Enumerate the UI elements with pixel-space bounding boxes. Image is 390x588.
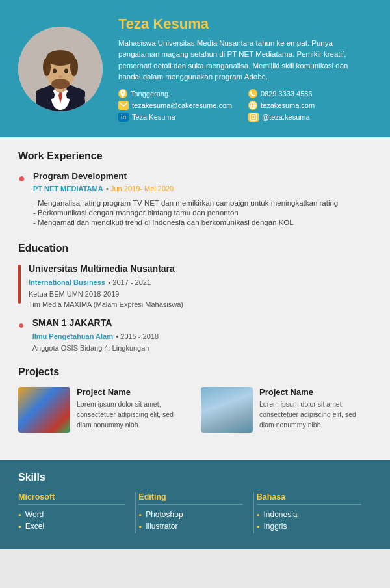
skills-list-editing: ● Photoshop ● Illustrator <box>138 510 242 531</box>
svg-point-11 <box>64 68 68 73</box>
svg-point-18 <box>252 116 255 119</box>
svg-point-12 <box>58 75 62 78</box>
work-experience-section: Work Experience ● Program Development PT… <box>18 150 372 228</box>
skills-cat-microsoft: Microsoft <box>18 492 125 505</box>
phone-text: 0829 3333 4586 <box>261 90 313 98</box>
work-bullet-icon: ● <box>18 172 25 184</box>
skill-illustrator-label: Illustrator <box>146 522 177 531</box>
skills-list-microsoft: ● Word ● Excel <box>18 510 125 531</box>
header-info: Teza Kesuma Mahasiswa Universitas Media … <box>118 16 372 122</box>
skill-indonesia-label: Indonesia <box>264 510 298 519</box>
contact-email: tezakesuma@cakeresume.com <box>118 101 242 110</box>
skill-dot-icon: ● <box>257 512 260 518</box>
skill-dot-icon: ● <box>18 512 21 518</box>
work-company-period: PT NET MEDIATAMA • Jun 2019- Mei 2020 <box>33 182 372 194</box>
work-section-title: Work Experience <box>18 150 372 162</box>
svg-point-6 <box>46 50 75 66</box>
work-period: Jun 2019- Mei 2020 <box>110 185 174 193</box>
project-thumb-2 <box>201 387 253 433</box>
skills-cat-bahasa: Bahasa <box>257 492 361 505</box>
education-section: Education Universitas Multimedia Nusanta… <box>18 243 372 352</box>
skill-dot-icon: ● <box>18 524 21 529</box>
avatar <box>18 27 103 111</box>
edu-major-2: Ilmu Pengetahuan Alam <box>32 332 113 340</box>
skill-inggris-label: Inggris <box>264 522 287 531</box>
svg-point-19 <box>255 114 256 116</box>
project-name-1: Project Name <box>77 387 189 397</box>
project-card-2: Project Name Lorem ipsum dolor sit amet,… <box>201 387 372 433</box>
edu-major-1: International Business <box>29 278 105 286</box>
skill-inggris: ● Inggris <box>257 522 361 531</box>
instagram-text: @teza.kesuma <box>262 113 310 121</box>
email-text: tezakesuma@cakeresume.com <box>132 101 232 109</box>
edu-activity-1b: Tim Media MAXIMA (Malam Expresi Mahasisw… <box>29 301 372 308</box>
instagram-icon <box>248 113 259 122</box>
edu-activity-2a: Anggota OSIS Bidang 4: Lingkungan <box>32 344 372 352</box>
edu-content-1: Universitas Multimedia Nusantara Interna… <box>29 263 372 308</box>
edu-year-1: 2017 - 2021 <box>112 278 151 286</box>
skill-dot-icon: ● <box>138 512 142 518</box>
skill-excel-label: Excel <box>25 522 44 531</box>
edu-activity-1a: Ketua BEM UMN 2018-2019 <box>29 290 372 298</box>
edu-bullet-2: ● <box>18 320 25 330</box>
skills-col-editing: Editing ● Photoshop ● Illustrator <box>136 492 254 533</box>
skill-word: ● Word <box>18 510 125 519</box>
edu-item-2: ● SMAN 1 JAKARTA Ilmu Pengetahuan Alam •… <box>18 317 372 352</box>
svg-point-9 <box>51 79 70 89</box>
skill-word-label: Word <box>25 510 44 519</box>
skills-list-bahasa: ● Indonesia ● Inggris <box>257 510 361 531</box>
project-thumb-1 <box>18 387 70 433</box>
contact-location: Tanggerang <box>118 89 242 98</box>
skill-excel: ● Excel <box>18 522 125 531</box>
work-company: PT NET MEDIATAMA <box>33 185 103 193</box>
skill-indonesia: ● Indonesia <box>257 510 361 519</box>
skill-photoshop-label: Photoshop <box>146 510 183 519</box>
edu-year-2: 2015 - 2018 <box>120 332 159 340</box>
phone-icon <box>248 89 257 98</box>
contact-linkedin: in Teza Kesuma <box>118 113 242 122</box>
svg-point-8 <box>70 58 78 76</box>
work-duty-3: - Mengamati dan mengikuti trend di Indon… <box>33 219 372 226</box>
skills-section-title: Skills <box>18 472 372 483</box>
edu-content-2: SMAN 1 JAKARTA Ilmu Pengetahuan Alam • 2… <box>32 317 372 352</box>
linkedin-text: Teza Kesuma <box>132 113 176 121</box>
edu-school-1: Universitas Multimedia Nusantara <box>29 263 372 274</box>
skills-grid: Microsoft ● Word ● Excel Editing ● Photo… <box>18 492 372 533</box>
skills-cat-editing: Editing <box>138 492 242 505</box>
project-desc-2: Lorem ipsum dolor sit amet, consectetuer… <box>259 399 372 430</box>
skills-footer: Skills Microsoft ● Word ● Excel Editing … <box>0 460 390 549</box>
main-content: Work Experience ● Program Development PT… <box>0 137 390 460</box>
work-title: Program Development <box>33 171 372 181</box>
contact-website: tezakesuma.com <box>248 101 372 110</box>
skills-col-microsoft: Microsoft ● Word ● Excel <box>18 492 136 533</box>
work-duty-1: - Menganalisa rating program TV NET dan … <box>33 199 372 207</box>
projects-section: Projects Project Name Lorem ipsum dolor … <box>18 366 372 433</box>
contact-grid: Tanggerang 0829 3333 4586 tezakesuma@cak… <box>118 89 372 122</box>
svg-point-10 <box>53 68 57 73</box>
svg-point-7 <box>43 58 51 76</box>
work-duty-2: - Berkomunikasi dengan manager bintang t… <box>33 209 372 217</box>
project-desc-1: Lorem ipsum dolor sit amet, consectetuer… <box>77 399 189 430</box>
projects-section-title: Projects <box>18 366 372 378</box>
contact-instagram: @teza.kesuma <box>248 113 372 122</box>
contact-phone: 0829 3333 4586 <box>248 89 372 98</box>
work-content: Program Development PT NET MEDIATAMA • J… <box>33 171 372 228</box>
education-section-title: Education <box>18 243 372 254</box>
projects-grid: Project Name Lorem ipsum dolor sit amet,… <box>18 387 372 433</box>
resume-header: Teza Kesuma Mahasiswa Universitas Media … <box>0 0 390 137</box>
project-card-1: Project Name Lorem ipsum dolor sit amet,… <box>18 387 189 433</box>
edu-item-1: Universitas Multimedia Nusantara Interna… <box>18 263 372 308</box>
skill-photoshop: ● Photoshop <box>138 510 242 519</box>
location-text: Tanggerang <box>131 90 168 98</box>
project-info-1: Project Name Lorem ipsum dolor sit amet,… <box>77 387 189 430</box>
edu-school-2: SMAN 1 JAKARTA <box>32 317 372 328</box>
linkedin-icon: in <box>118 113 129 122</box>
candidate-bio: Mahasiswa Universitas Media Nusantara ta… <box>118 38 372 83</box>
website-text: tezakesuma.com <box>261 101 315 109</box>
web-icon <box>248 101 257 110</box>
work-item: ● Program Development PT NET MEDIATAMA •… <box>18 171 372 228</box>
skills-col-bahasa: Bahasa ● Indonesia ● Inggris <box>254 492 372 533</box>
project-name-2: Project Name <box>259 387 372 397</box>
skill-dot-icon: ● <box>138 524 142 529</box>
candidate-name: Teza Kesuma <box>118 16 372 33</box>
